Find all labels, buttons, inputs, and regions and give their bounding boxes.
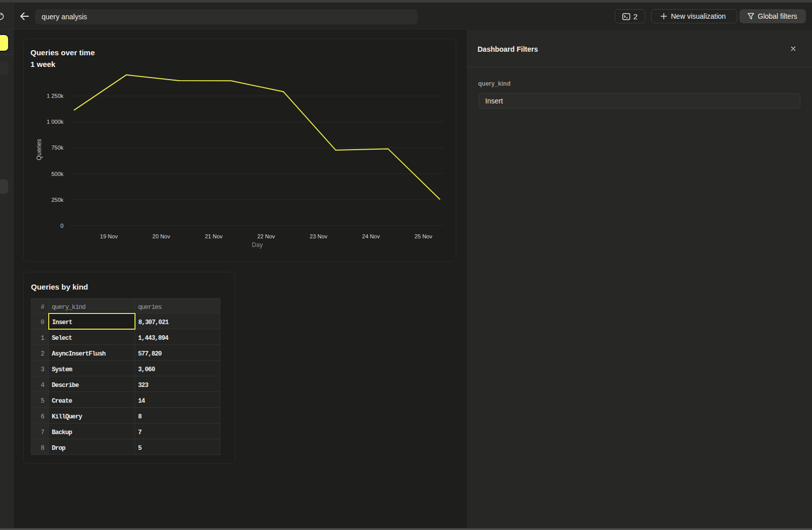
svg-text:Day: Day [252,241,262,249]
svg-text:21 Nov: 21 Nov [205,233,223,239]
svg-text:25 Nov: 25 Nov [415,233,432,239]
svg-text:750k: 750k [51,145,63,151]
svg-text:20 Nov: 20 Nov [152,233,170,239]
svg-text:24 Nov: 24 Nov [362,233,380,239]
svg-text:Queries: Queries [36,139,43,160]
svg-text:19 Nov: 19 Nov [100,233,118,239]
svg-text:0: 0 [60,223,63,229]
svg-text:500k: 500k [51,171,63,177]
svg-text:1 000k: 1 000k [47,119,64,125]
svg-text:22 Nov: 22 Nov [257,233,275,239]
svg-text:23 Nov: 23 Nov [310,233,327,239]
svg-text:1 250k: 1 250k [47,93,64,99]
svg-text:250k: 250k [51,197,63,203]
